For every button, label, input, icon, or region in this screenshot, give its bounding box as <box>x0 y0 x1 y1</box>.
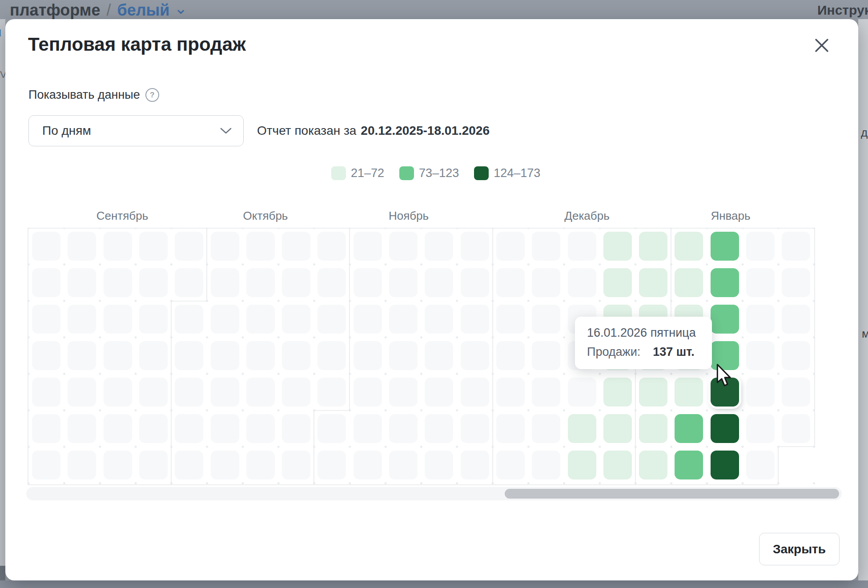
heatmap-cell[interactable] <box>568 414 596 443</box>
heatmap-cell[interactable] <box>246 232 275 261</box>
heatmap-cell[interactable] <box>711 305 739 334</box>
heatmap-cell[interactable] <box>532 305 560 334</box>
heatmap-cell[interactable] <box>461 305 489 334</box>
heatmap-cell[interactable] <box>675 232 703 261</box>
heatmap-cell[interactable] <box>461 268 489 297</box>
horizontal-scrollbar[interactable] <box>26 487 842 500</box>
heatmap-cell[interactable] <box>425 232 453 261</box>
heatmap-cell[interactable] <box>532 268 560 297</box>
heatmap-cell[interactable] <box>461 451 489 479</box>
heatmap-cell[interactable] <box>389 232 418 261</box>
heatmap-cell[interactable] <box>68 414 96 443</box>
heatmap-cell[interactable] <box>461 414 489 443</box>
heatmap-cell[interactable] <box>711 268 739 297</box>
heatmap-cell[interactable] <box>32 268 60 297</box>
heatmap-cell[interactable] <box>711 414 739 443</box>
heatmap-cell[interactable] <box>104 451 132 479</box>
heatmap-cell[interactable] <box>425 341 453 370</box>
help-icon[interactable]: ? <box>145 88 159 102</box>
heatmap-cell[interactable] <box>282 268 310 297</box>
heatmap-cell[interactable] <box>246 378 275 407</box>
heatmap-cell[interactable] <box>68 451 96 479</box>
breadcrumb-current[interactable]: белый <box>117 1 169 19</box>
heatmap-cell[interactable] <box>782 305 810 334</box>
heatmap-cell[interactable] <box>675 378 703 407</box>
heatmap-cell[interactable] <box>425 268 453 297</box>
heatmap-cell[interactable] <box>175 341 203 370</box>
heatmap-cell[interactable] <box>425 414 453 443</box>
heatmap-cell[interactable] <box>782 232 810 261</box>
close-button[interactable]: Закрыть <box>759 533 840 565</box>
heatmap-cell[interactable] <box>425 451 453 479</box>
heatmap-cell[interactable] <box>175 305 203 334</box>
heatmap-cell[interactable] <box>104 378 132 407</box>
heatmap-cell[interactable] <box>317 341 346 370</box>
heatmap-cell[interactable] <box>675 414 703 443</box>
heatmap-cell[interactable] <box>496 378 525 407</box>
heatmap-cell[interactable] <box>568 232 596 261</box>
heatmap-cell[interactable] <box>68 232 96 261</box>
heatmap-cell[interactable] <box>639 451 667 479</box>
heatmap-cell[interactable] <box>746 268 775 297</box>
heatmap-cell[interactable] <box>246 414 275 443</box>
heatmap-cell[interactable] <box>746 232 775 261</box>
heatmap-cell[interactable] <box>68 341 96 370</box>
heatmap-cell[interactable] <box>532 232 560 261</box>
heatmap-cell[interactable] <box>139 451 168 479</box>
heatmap-cell[interactable] <box>532 414 560 443</box>
heatmap-cell[interactable] <box>175 378 203 407</box>
heatmap-cell[interactable] <box>389 341 418 370</box>
heatmap-cell[interactable] <box>496 232 525 261</box>
heatmap-cell[interactable] <box>782 378 810 407</box>
heatmap-cell[interactable] <box>496 451 525 479</box>
heatmap-cell[interactable] <box>354 451 382 479</box>
heatmap-cell[interactable] <box>532 378 560 407</box>
heatmap-cell[interactable] <box>639 232 667 261</box>
heatmap-cell[interactable] <box>354 341 382 370</box>
heatmap-cell[interactable] <box>532 451 560 479</box>
heatmap-cell[interactable] <box>317 305 346 334</box>
heatmap-cell[interactable] <box>246 305 275 334</box>
heatmap-cell[interactable] <box>389 414 418 443</box>
heatmap-cell[interactable] <box>639 414 667 443</box>
heatmap-cell[interactable] <box>282 378 310 407</box>
heatmap-cell[interactable] <box>211 268 239 297</box>
heatmap-cell[interactable] <box>68 268 96 297</box>
heatmap-cell[interactable] <box>317 268 346 297</box>
heatmap-cell[interactable] <box>496 414 525 443</box>
heatmap-cell[interactable] <box>139 305 168 334</box>
instructions-link[interactable]: Инструкци <box>817 3 868 18</box>
heatmap-cell[interactable] <box>175 451 203 479</box>
heatmap-cell[interactable] <box>317 414 346 443</box>
heatmap-cell[interactable] <box>246 268 275 297</box>
heatmap-cell[interactable] <box>603 378 632 407</box>
heatmap-cell[interactable] <box>389 268 418 297</box>
heatmap-cell[interactable] <box>746 305 775 334</box>
heatmap-cell[interactable] <box>461 232 489 261</box>
heatmap-cell[interactable] <box>68 378 96 407</box>
heatmap-cell[interactable] <box>32 341 60 370</box>
heatmap-cell[interactable] <box>104 414 132 443</box>
heatmap-cell[interactable] <box>282 232 310 261</box>
heatmap-cell[interactable] <box>354 268 382 297</box>
period-select[interactable]: По дням <box>28 115 244 146</box>
heatmap-cell[interactable] <box>568 268 596 297</box>
heatmap-cell[interactable] <box>211 341 239 370</box>
heatmap-cell[interactable] <box>246 451 275 479</box>
heatmap-cell[interactable] <box>104 341 132 370</box>
heatmap-cell[interactable] <box>175 414 203 443</box>
heatmap-cell[interactable] <box>461 341 489 370</box>
heatmap-cell[interactable] <box>32 414 60 443</box>
heatmap-cell[interactable] <box>354 305 382 334</box>
heatmap-cell[interactable] <box>639 268 667 297</box>
heatmap-cell[interactable] <box>603 268 632 297</box>
heatmap-cell[interactable] <box>782 341 810 370</box>
heatmap-cell[interactable] <box>282 341 310 370</box>
heatmap-cell[interactable] <box>211 451 239 479</box>
heatmap-cell[interactable] <box>32 305 60 334</box>
heatmap-cell[interactable] <box>568 378 596 407</box>
heatmap-cell[interactable] <box>211 378 239 407</box>
heatmap-cell[interactable] <box>32 232 60 261</box>
heatmap-cell[interactable] <box>175 268 203 297</box>
heatmap-cell[interactable] <box>389 451 418 479</box>
